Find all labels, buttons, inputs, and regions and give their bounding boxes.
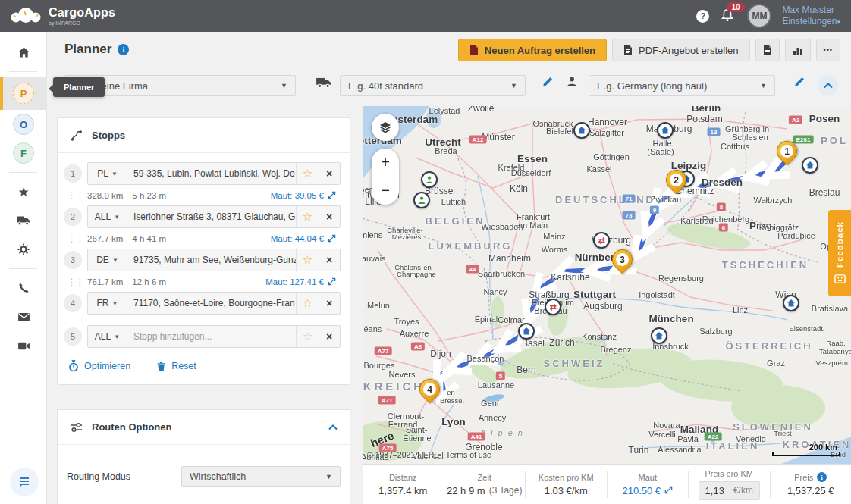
notifications-bell[interactable]: 10 bbox=[720, 7, 736, 25]
drag-handle-icon[interactable]: ⋮⋮ bbox=[64, 233, 87, 244]
avatar[interactable]: MM bbox=[747, 4, 771, 28]
truck-icon bbox=[16, 215, 31, 226]
profile-select[interactable]: E.g. Germany (long haul)▼ bbox=[589, 75, 775, 96]
map-label: Triest bbox=[774, 429, 791, 437]
pdf-export-button[interactable] bbox=[755, 39, 780, 61]
collapse-options-button[interactable] bbox=[328, 421, 338, 433]
info-icon[interactable]: i bbox=[817, 472, 827, 482]
sidebar-item-settings[interactable] bbox=[0, 235, 47, 264]
collapse-panel-button[interactable] bbox=[818, 75, 838, 95]
map-label: Nevers bbox=[389, 370, 416, 379]
remove-stop-icon[interactable]: × bbox=[319, 330, 340, 343]
segment-distance: 761.7 km bbox=[87, 277, 123, 286]
favorite-star-icon[interactable]: ☆ bbox=[296, 326, 319, 347]
route-map[interactable]: AmsterdamLelystadZwolleRotterdamUtrechtM… bbox=[363, 106, 851, 464]
favorite-star-icon[interactable]: ☆ bbox=[296, 206, 319, 227]
map-attribution[interactable]: © 1987–2021 HERE | Terms of use bbox=[367, 450, 491, 459]
stop-country-select[interactable]: FR▼ bbox=[88, 293, 127, 314]
map-layers-button[interactable] bbox=[372, 114, 399, 141]
info-icon[interactable]: i bbox=[118, 44, 129, 55]
stop-address-input[interactable]: 59-335, Lubin, Powiat Lubiński, Woj. Do bbox=[127, 168, 296, 179]
map-poi-swap[interactable]: ⇄ bbox=[545, 299, 561, 315]
map-poi-home[interactable] bbox=[573, 122, 590, 139]
map-label: Amiens bbox=[363, 230, 382, 239]
stop-address-input[interactable]: 91735, Muhr am See, Weißenburg-Gunz bbox=[127, 255, 296, 265]
price-per-km-input[interactable]: 1,13€/km bbox=[699, 481, 760, 500]
map-poi-home[interactable] bbox=[783, 295, 799, 311]
map-poi-person[interactable] bbox=[421, 171, 438, 188]
map-poi-home[interactable] bbox=[651, 327, 667, 344]
favorite-star-icon[interactable]: ☆ bbox=[296, 293, 319, 314]
drag-handle-icon[interactable]: ⋮⋮ bbox=[64, 277, 87, 287]
stop-country-select[interactable]: PL▼ bbox=[88, 163, 127, 184]
expand-icon[interactable] bbox=[664, 485, 673, 496]
map-label: Karlsruhe bbox=[551, 272, 589, 283]
driver-icon[interactable] bbox=[566, 76, 578, 91]
optimize-button[interactable]: Optimieren bbox=[68, 360, 130, 372]
stat-label: Preis pro KM bbox=[705, 469, 753, 478]
user-settings-label: Einstellungen bbox=[782, 16, 837, 27]
sidebar-item-planner[interactable]: P bbox=[0, 77, 47, 110]
stop-address-input[interactable]: 71170, Saône-et-Loire, Bourgogne-Fran bbox=[127, 298, 296, 308]
remove-stop-icon[interactable]: × bbox=[319, 167, 340, 180]
sidebar-item-phone[interactable] bbox=[0, 274, 47, 302]
zoom-in-button[interactable]: + bbox=[372, 149, 399, 177]
favorite-star-icon[interactable]: ☆ bbox=[296, 163, 319, 184]
map-poi-swap[interactable]: ⇄ bbox=[593, 232, 610, 249]
map-label: A l p e n bbox=[480, 428, 524, 437]
home-icon bbox=[655, 331, 664, 340]
feedback-tab[interactable]: Feedback bbox=[828, 210, 851, 296]
stop-address-input[interactable]: Iserlohner Straße 3, 08371 Glauchau, Ge bbox=[127, 211, 296, 222]
road-shield: 6 bbox=[719, 224, 728, 232]
create-pdf-offer-button[interactable]: PDF-Angebot erstellen bbox=[612, 39, 750, 61]
routing-mode-select[interactable]: Wirtschaftlich▼ bbox=[181, 466, 341, 487]
segment-toll[interactable]: Maut: 39.05 € bbox=[271, 191, 341, 200]
segment-toll[interactable]: Maut: 44.04 € bbox=[271, 234, 341, 243]
segment-time: 4 h 41 m bbox=[132, 234, 166, 243]
sidebar-item-video[interactable] bbox=[0, 331, 47, 360]
map-label: Breslau bbox=[809, 187, 840, 198]
sidebar-item-favorites[interactable]: ★ bbox=[0, 177, 47, 206]
map-label: Schlesien bbox=[732, 133, 768, 142]
map-poi-home[interactable] bbox=[657, 122, 674, 139]
remove-stop-icon[interactable]: × bbox=[319, 297, 340, 309]
orders-profile-circle: O bbox=[13, 114, 34, 135]
remove-stop-icon[interactable]: × bbox=[319, 211, 340, 223]
remove-stop-icon[interactable]: × bbox=[319, 254, 340, 266]
sidebar-item-vehicles[interactable] bbox=[0, 206, 47, 235]
map-poi-person[interactable] bbox=[413, 192, 430, 208]
stop-country-select[interactable]: ALL▼ bbox=[88, 206, 127, 227]
document-icon bbox=[469, 45, 479, 55]
stop-address-group: PL▼59-335, Lubin, Powiat Lubiński, Woj. … bbox=[87, 162, 341, 185]
map-label: SCHWEIZ bbox=[544, 358, 605, 369]
sidebar-item-mail[interactable] bbox=[0, 302, 47, 331]
map-poi-home[interactable] bbox=[802, 157, 818, 174]
chat-widget-button[interactable] bbox=[10, 468, 39, 496]
stop-address-group: ALL▼Iserlohner Straße 3, 08371 Glauchau,… bbox=[87, 205, 341, 228]
edit-vehicle-icon[interactable] bbox=[542, 76, 554, 91]
stat-distance: Distanz1,357.4 km bbox=[363, 473, 444, 496]
create-order-button[interactable]: Neuen Auftrag erstellen bbox=[458, 39, 607, 61]
chart-button[interactable] bbox=[785, 39, 811, 61]
user-menu[interactable]: Max Musster Einstellungen▾ bbox=[782, 5, 840, 28]
segment-toll[interactable]: Maut: 127.41 € bbox=[265, 277, 341, 286]
map-poi-home[interactable] bbox=[518, 323, 535, 340]
stop-address-group: FR▼71170, Saône-et-Loire, Bourgogne-Fran… bbox=[87, 292, 341, 315]
person-icon bbox=[425, 175, 434, 184]
vehicle-select[interactable]: E.g. 40t standard▼ bbox=[340, 75, 526, 96]
more-options-button[interactable]: ••• bbox=[816, 39, 840, 61]
sidebar-item-home[interactable] bbox=[0, 38, 47, 67]
help-icon[interactable]: ? bbox=[696, 10, 709, 23]
stop-country-select[interactable]: ALL▼ bbox=[88, 326, 127, 347]
stop-address-input[interactable]: Stopp hinzufügen... bbox=[127, 331, 296, 342]
sidebar-item-orders[interactable]: O bbox=[0, 110, 47, 139]
favorite-star-icon[interactable]: ☆ bbox=[296, 249, 319, 271]
drag-handle-icon[interactable]: ⋮⋮ bbox=[64, 190, 87, 201]
stop-country-select[interactable]: DE▼ bbox=[88, 249, 127, 271]
sidebar-item-fleet[interactable]: F bbox=[0, 139, 47, 167]
app-logo[interactable]: CargoApps by IMPARGO bbox=[9, 5, 115, 27]
zoom-out-button[interactable]: − bbox=[372, 177, 399, 205]
edit-profile-icon[interactable] bbox=[793, 76, 805, 91]
reset-button[interactable]: Reset bbox=[156, 360, 196, 372]
home-icon bbox=[805, 161, 815, 170]
